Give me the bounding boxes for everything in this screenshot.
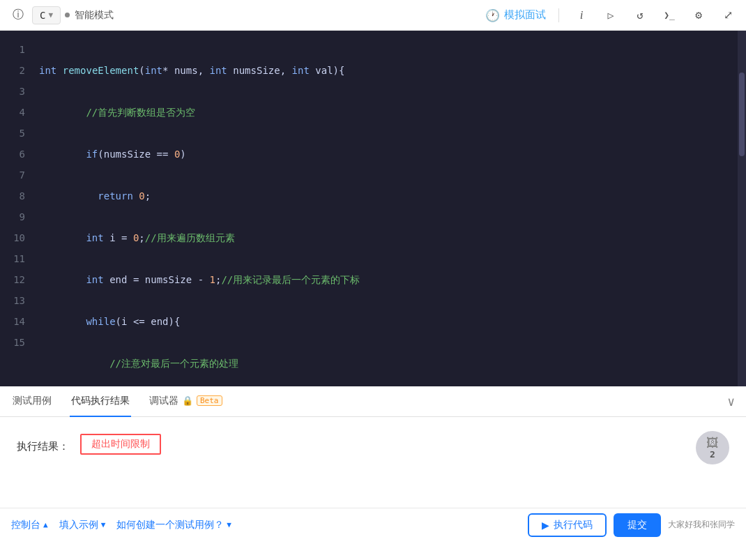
chevron-down-icon: ▼ <box>48 10 53 20</box>
code-line-2: //首先判断数组是否为空 <box>39 102 738 123</box>
mock-interview-label: 模拟面试 <box>504 8 546 22</box>
code-lines[interactable]: int removeElement(int* nums, int numsSiz… <box>33 31 738 386</box>
toolbar-left: ⓘ C ▼ 智能模式 <box>8 6 480 25</box>
tab-debugger[interactable]: 调试器 🔒 Beta <box>148 386 224 417</box>
promo-text: 大家好我和张同学 <box>668 519 735 531</box>
code-line-4: return 0; <box>39 186 738 206</box>
line-numbers: 12345 678910 1112131415 <box>0 31 33 386</box>
result-status-badge: 超出时间限制 <box>80 434 161 455</box>
code-line-8: //注意对最后一个元素的处理 <box>39 353 738 374</box>
play-toolbar-icon[interactable]: ▷ <box>601 6 621 25</box>
smart-mode-toggle[interactable]: 智能模式 <box>65 9 114 22</box>
code-editor: 12345 678910 1112131415 int removeElemen… <box>0 31 746 386</box>
smart-mode-dot <box>65 13 70 17</box>
console-btn[interactable]: 控制台 ▲ <box>11 519 48 531</box>
result-label: 执行结果： <box>17 434 69 459</box>
code-line-6: int end = numsSize - 1;//用来记录最后一个元素的下标 <box>39 269 738 290</box>
tab-exec-result[interactable]: 代码执行结果 <box>70 386 131 417</box>
scrollbar-track[interactable] <box>738 31 746 386</box>
toolbar-divider <box>558 8 559 22</box>
toolbar: ⓘ C ▼ 智能模式 🕐 模拟面试 i ▷ ↺ ❯_ ⚙ ⤢ <box>0 0 746 31</box>
avatar-icon: 🖼 <box>706 437 719 449</box>
fill-example-label: 填入示例 <box>59 519 98 531</box>
avatar-btn[interactable]: 🖼 2 <box>696 431 729 464</box>
results-panel: 执行结果： 超出时间限制 🖼 2 <box>0 417 746 508</box>
avatar-num: 2 <box>710 449 715 460</box>
run-play-icon: ▶ <box>542 520 549 531</box>
code-line-3: if(numsSize == 0) <box>39 144 738 165</box>
scrollbar-thumb[interactable] <box>739 73 745 156</box>
refresh-toolbar-icon[interactable]: ↺ <box>630 6 650 25</box>
bottom-left: 控制台 ▲ 填入示例 ▼ 如何创建一个测试用例？ ▼ <box>11 519 528 531</box>
mock-interview-btn[interactable]: 🕐 模拟面试 <box>485 8 546 22</box>
code-line-5: int i = 0;//用来遍历数组元素 <box>39 227 738 248</box>
beta-badge: Beta <box>197 395 222 406</box>
expand-toolbar-icon[interactable]: ⤢ <box>718 6 738 25</box>
terminal-toolbar-icon[interactable]: ❯_ <box>660 6 679 25</box>
settings-toolbar-icon[interactable]: ⚙ <box>689 6 708 25</box>
info-toolbar-icon[interactable]: i <box>572 6 591 25</box>
bottom-right: ▶ 执行代码 提交 大家好我和张同学 <box>528 513 735 537</box>
how-to-create-arrow-icon: ▼ <box>227 520 231 529</box>
tabs-expand-icon[interactable]: ∨ <box>727 394 735 409</box>
run-code-button[interactable]: ▶ 执行代码 <box>528 513 607 537</box>
bottom-bar: 控制台 ▲ 填入示例 ▼ 如何创建一个测试用例？ ▼ ▶ 执行代码 提交 大家好… <box>0 508 746 541</box>
smart-mode-label: 智能模式 <box>75 9 114 22</box>
how-to-create-btn[interactable]: 如何创建一个测试用例？ ▼ <box>116 519 231 531</box>
how-to-create-label: 如何创建一个测试用例？ <box>116 519 224 531</box>
submit-label: 提交 <box>627 519 647 531</box>
info-icon[interactable]: ⓘ <box>8 6 28 25</box>
run-code-label: 执行代码 <box>554 519 593 531</box>
lock-icon: 🔒 <box>182 395 193 406</box>
console-arrow-icon: ▲ <box>43 520 48 529</box>
console-label: 控制台 <box>11 519 40 531</box>
fill-example-btn[interactable]: 填入示例 ▼ <box>59 519 106 531</box>
fill-example-arrow-icon: ▼ <box>101 520 106 529</box>
lang-label: C <box>40 10 45 21</box>
submit-button[interactable]: 提交 <box>614 513 661 537</box>
tabs-bar: 测试用例 代码执行结果 调试器 🔒 Beta ∨ <box>0 386 746 417</box>
code-line-1: int removeElement(int* nums, int numsSiz… <box>39 60 738 81</box>
code-line-7: while(i <= end){ <box>39 311 738 332</box>
lang-selector[interactable]: C ▼ <box>32 6 61 24</box>
clock-icon: 🕐 <box>485 8 500 22</box>
toolbar-right: 🕐 模拟面试 i ▷ ↺ ❯_ ⚙ ⤢ <box>485 6 738 25</box>
tab-test-case[interactable]: 测试用例 <box>11 386 53 417</box>
